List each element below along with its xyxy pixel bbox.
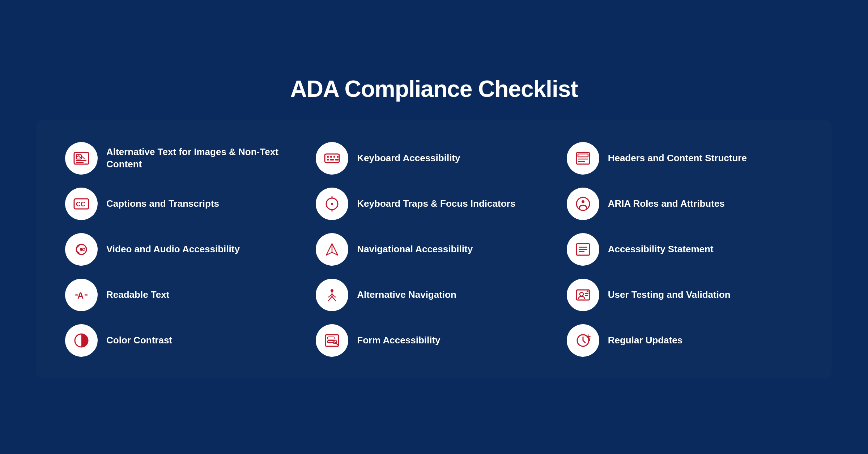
list-item: Form Accessibility [316,324,552,357]
list-item: Headers and Content Structure [567,142,803,175]
icon-circle [316,188,348,220]
icon-circle [65,324,98,357]
icon-circle [567,233,599,266]
item-label-headers: Headers and Content Structure [608,152,747,164]
list-item: Keyboard Accessibility [316,142,552,175]
item-label-updates: Regular Updates [608,334,683,347]
contrast-icon [73,332,90,349]
svg-rect-5 [327,156,329,158]
item-label-navigational: Navigational Accessibility [357,243,473,256]
svg-text:A: A [77,291,84,300]
icon-circle [567,324,599,357]
icon-circle: A [567,279,599,311]
icon-circle [65,233,98,266]
page-title: ADA Compliance Checklist [36,76,832,102]
icon-circle [567,188,599,220]
keyboard-icon [323,150,341,167]
item-label-statement: Accessibility Statement [608,243,714,256]
item-label-form: Form Accessibility [357,334,440,347]
item-label-keyboard-traps: Keyboard Traps & Focus Indicators [357,198,515,210]
icon-circle [316,324,348,357]
item-label-readable: Readable Text [106,289,169,301]
page-wrapper: ADA Compliance Checklist Alternative Tex… [36,76,832,378]
item-label-aria: ARIA Roles and Attributes [608,198,725,210]
cc-icon: CC [73,195,90,213]
svg-rect-6 [330,156,332,158]
list-item: Keyboard Traps & Focus Indicators [316,188,552,220]
form-icon [323,332,341,349]
alt-nav-icon [323,286,341,304]
svg-rect-11 [330,159,334,160]
svg-point-22 [576,197,590,210]
statement-icon [574,241,592,258]
list-item: Navigational Accessibility [316,233,552,266]
svg-text:A: A [586,289,589,293]
readable-icon: A [73,286,90,304]
item-label-contrast: Color Contrast [106,334,172,347]
svg-rect-4 [325,154,339,163]
svg-rect-13 [578,154,588,157]
item-label-captions: Captions and Transcripts [106,198,219,210]
list-item: Alternative Navigation [316,279,552,311]
svg-text:CC: CC [76,201,85,208]
list-item: Video and Audio Accessibility [65,233,301,266]
icon-circle [316,142,348,175]
testing-icon: A [574,286,592,304]
headers-icon [574,150,592,167]
updates-icon [574,332,592,349]
svg-rect-48 [328,337,334,339]
nav-icon [323,241,341,258]
list-item: ARIA Roles and Attributes [567,188,803,220]
icon-circle [567,142,599,175]
icon-circle [316,279,348,311]
item-label-keyboard: Keyboard Accessibility [357,152,460,164]
image-text-icon [73,150,90,167]
svg-point-51 [333,340,337,344]
svg-point-23 [582,200,584,203]
icon-circle [65,142,98,175]
list-item: A Readable Text [65,279,301,311]
list-item: Alternative Text for Images & Non-Text C… [65,142,301,175]
aria-icon [574,195,592,213]
svg-rect-7 [333,156,335,158]
list-item: Regular Updates [567,324,803,357]
svg-point-42 [580,292,583,296]
svg-point-25 [80,248,83,251]
icon-circle: A [65,279,98,311]
icon-circle [316,233,348,266]
item-label-video-audio: Video and Audio Accessibility [106,243,240,256]
list-item: Accessibility Statement [567,233,803,266]
svg-point-21 [331,203,333,205]
focus-icon [323,195,341,213]
list-item: CC Captions and Transcripts [65,188,301,220]
icon-circle: CC [65,188,98,220]
list-item: Color Contrast [65,324,301,357]
item-label-testing: User Testing and Validation [608,289,731,301]
list-item: A User Testing and Validation [567,279,803,311]
svg-rect-10 [335,159,339,160]
svg-rect-8 [337,156,339,158]
item-label-alt-nav: Alternative Navigation [357,289,456,301]
checklist-card: Alternative Text for Images & Non-Text C… [36,120,832,378]
video-audio-icon [73,241,90,258]
svg-rect-9 [327,159,329,160]
item-label-alt-text: Alternative Text for Images & Non-Text C… [106,146,301,171]
